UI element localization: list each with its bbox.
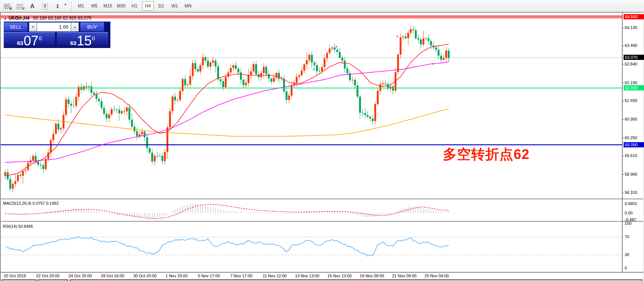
time-tick-label: 22 Oct 20:00 [36,274,59,278]
time-tick-label: 21 Nov 09:00 [392,274,416,278]
price-tick-label: 62.190 [625,80,637,85]
timeframe-button-D1[interactable]: D1 [155,1,167,11]
volume-decrease-button[interactable]: ▼ [29,22,37,32]
trade-marker-icon: + [396,34,399,39]
macd-tick-label: 0.00 [625,211,632,215]
rsi-tick-label: 70 [625,234,629,239]
macd-name: MACD(12,26,9) [3,201,31,205]
indicators-icon[interactable]: E [1,1,13,11]
time-tick-label: 24 Oct 20:00 [68,274,92,278]
price-tick-label: 59.610 [625,153,637,158]
timeframe-button-M1[interactable]: M1 [75,1,87,11]
rsi-value: 50.8495 [18,224,33,229]
buy-price-prefix: 63 [70,40,77,46]
text-annotation-icon[interactable]: A [27,1,38,11]
volume-increase-button[interactable]: ▲ [71,22,79,32]
chart-tab-strip [1,279,643,281]
grid-icon-glyph [16,4,23,9]
macd-tick-label: 0.6801 [625,201,637,206]
buy-price-sup: 0 [92,35,95,41]
toolbar-dropdown-caret[interactable]: ▼ [64,3,67,6]
indicators-icon-sub: E [10,7,12,10]
rsi-name: RSI(14) [3,224,17,229]
trade-marker-icon: + [335,44,338,50]
time-axis[interactable]: 20 Oct 201922 Oct 20:0024 Oct 20:0028 Oc… [1,272,643,279]
price-tick-label: 64.130 [625,25,637,30]
rsi-panel[interactable]: RSI(14) 50.8495 10070300 [1,223,643,272]
timeframe-button-M30[interactable]: M30 [115,1,127,11]
volume-input[interactable] [37,22,71,32]
rsi-chart [1,223,622,272]
rsi-tick-label: 30 [625,252,629,257]
timeframe-button-H4[interactable]: H4 [142,1,154,11]
time-tick-label: 11 Nov 12:00 [263,274,287,278]
rsi-label: RSI(14) 50.8495 [3,224,33,229]
grid-icon[interactable]: F [14,1,25,11]
sell-price-sup: 0 [39,35,42,41]
chart-tab-0[interactable] [2,280,36,281]
time-tick-label: 20 Oct 2019 [4,274,26,278]
time-tick-label: 30 Oct 20:00 [133,274,156,278]
time-tick-label: 7 Nov 17:00 [230,274,252,278]
time-tick-label: 25 Nov 04:00 [424,274,449,278]
grid-icon-sub: F [23,7,25,10]
timeframe-button-H1[interactable]: H1 [129,1,140,11]
price-chart-panel[interactable]: ++++ ▲ UKOil-,H4 63.180 63.180 62.920 63… [1,13,643,199]
toolbar-separator [71,1,72,10]
price-tick-label: 58.960 [625,172,637,176]
price-tick-label: 58.310 [625,190,637,195]
toolbar: E F A T ▲▼ ▼ M1M5M15M30H1H4D1W1MN [0,0,644,12]
macd-chart [1,200,622,221]
price-tick-label: 62.840 [625,62,637,66]
rsi-tick-label: 100 [625,221,631,226]
buy-price-display[interactable]: 63 15 0 [57,32,108,48]
chart-text-annotation: 多空转折点62 [443,145,530,164]
time-tick-label: 15 Nov 13:00 [327,274,352,278]
chart-tab-1[interactable] [38,280,68,281]
time-tick-label: 19 Nov 09:00 [360,274,384,278]
sell-price-prefix: 63 [17,40,23,46]
text-label-icon[interactable]: T [39,1,51,11]
time-tick-label: 1 Nov 20:00 [166,274,188,278]
price-tick-label: 63.490 [625,43,637,48]
rsi-tick-label: 0 [625,266,627,270]
one-click-trade-panel: SELL ▼ ▲ BUY 63 07 0 63 15 0 [4,22,110,48]
macd-label: MACD(12,26,9) 0.0757 0.1962 [3,201,59,205]
text-annotation-glyph: A [30,3,35,10]
macd-values: 0.0757 0.1962 [32,201,58,205]
sell-button[interactable]: SELL [4,22,27,32]
macd-panel[interactable]: MACD(12,26,9) 0.0757 0.1962 0.68010.00-0… [1,200,643,221]
sell-price-main: 07 [23,35,38,47]
arrange-arrows-icon[interactable]: ▲▼ [52,1,63,11]
timeframe-group: M1M5M15M30H1H4D1W1MN [75,1,194,11]
timeframe-button-MN[interactable]: MN [182,1,194,11]
timeframe-button-M15[interactable]: M15 [102,1,114,11]
price-level-badge: 60.000 [624,142,644,147]
chart-tab-2[interactable] [70,280,642,281]
collapse-triangle-icon[interactable]: ▲ [4,17,7,20]
text-label-glyph: T [42,3,48,10]
time-tick-label: 13 Nov 13:00 [295,274,319,278]
ohlc-values: 63.180 63.180 62.920 63.070 [33,16,91,21]
timeframe-button-M5[interactable]: M5 [88,1,100,11]
price-level-badge: 64.500 [624,14,644,19]
trade-marker-icon: + [431,61,434,67]
chart-window: ++++ ▲ UKOil-,H4 63.180 63.180 62.920 63… [0,12,643,281]
price-tick-label: 60.900 [625,117,637,121]
axis-border-line [622,13,622,272]
price-level-badge: 62.000 [624,85,644,90]
price-tick-label: 61.550 [625,98,637,103]
arrange-arrows-glyph: ▲▼ [56,4,59,9]
chart-title: ▲ UKOil-,H4 63.180 63.180 62.920 63.070 [4,16,91,21]
time-tick-label: 5 Nov 17:00 [198,274,220,278]
time-tick-label: 28 Oct 16:00 [101,274,124,278]
timeframe-button-W1[interactable]: W1 [169,1,181,11]
indicators-icon-glyph [4,4,10,9]
trade-marker-icon: + [313,67,315,72]
sell-price-display[interactable]: 63 07 0 [4,32,55,48]
buy-price-main: 15 [77,35,91,47]
buy-button[interactable]: BUY [80,22,104,32]
price-level-badge: 63.070 [624,55,644,60]
symbol-label: UKOil-,H4 [9,16,29,21]
price-tick-label: 60.250 [625,135,637,140]
